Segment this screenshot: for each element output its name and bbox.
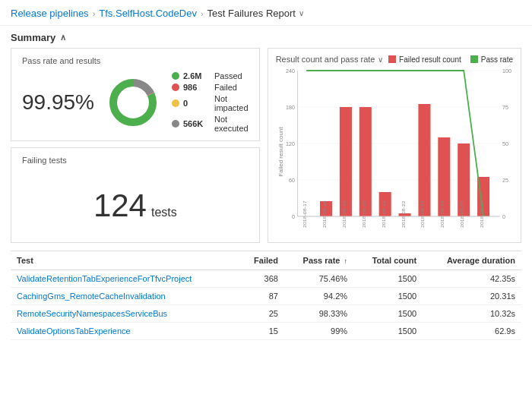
legend-passed-val: 2.6M xyxy=(183,71,211,80)
legend-passed-dot xyxy=(172,72,179,80)
svg-text:Failed result count: Failed result count xyxy=(277,126,283,176)
legend-not-impacted-val: 0 xyxy=(183,99,211,108)
cell-failed-3: 15 xyxy=(239,323,283,340)
cell-failed-2: 25 xyxy=(239,305,283,323)
legend-passed-label: Passed xyxy=(214,71,242,80)
breadcrumb-sep-1: › xyxy=(201,9,204,18)
cell-test-1[interactable]: CachingGms_RemoteCacheInvalidation xyxy=(11,288,239,305)
table-section: Test Failed Pass rate ↑ Total count Aver… xyxy=(0,251,532,348)
pass-rate-content: 99.95% xyxy=(22,71,249,133)
svg-text:2018-08-22: 2018-08-22 xyxy=(401,200,406,228)
table-header: Test Failed Pass rate ↑ Total count Aver… xyxy=(11,251,521,270)
chart-legend-container: Failed result count Pass rate xyxy=(388,55,513,64)
bar-3 xyxy=(359,107,371,216)
chart-legend-pass-rate-label: Pass rate xyxy=(481,55,513,64)
legend-failed-dot xyxy=(172,84,179,91)
svg-text:2018-08-20: 2018-08-20 xyxy=(361,200,366,228)
chart-title: Result count and pass rate xyxy=(276,55,375,64)
table-row: RemoteSecurityNamespacesServiceBus 25 98… xyxy=(11,305,521,323)
svg-text:0: 0 xyxy=(502,213,505,220)
legend-item-failed: 986 Failed xyxy=(172,83,249,92)
cell-failed-1: 87 xyxy=(239,288,283,305)
cell-test-3[interactable]: ValidateOptionsTabExperience xyxy=(11,323,239,340)
breadcrumb-item-0[interactable]: Release pipelines xyxy=(11,8,89,19)
donut-svg xyxy=(106,76,160,129)
svg-text:2018-08-24: 2018-08-24 xyxy=(439,200,445,228)
cell-test-0[interactable]: ValidateRetentionTabExperienceForTfvcPro… xyxy=(11,270,239,288)
bar-6 xyxy=(418,104,430,216)
data-table: Test Failed Pass rate ↑ Total count Aver… xyxy=(11,251,521,340)
legend-item-not-impacted: 0 Not impacted xyxy=(172,94,249,112)
legend-not-impacted-dot xyxy=(172,99,179,107)
pass-rate-card-title: Pass rate and results xyxy=(22,56,249,65)
cell-total-count-1: 1500 xyxy=(353,288,423,305)
bar-2 xyxy=(340,107,352,216)
svg-text:2018-08-26: 2018-08-26 xyxy=(479,200,484,228)
legend-not-executed-dot xyxy=(172,120,179,128)
col-header-avg-duration: Average duration xyxy=(423,251,521,270)
col-header-pass-rate[interactable]: Pass rate ↑ xyxy=(284,251,353,270)
cell-pass-rate-3: 99% xyxy=(284,323,353,340)
sort-icon: ↑ xyxy=(344,257,348,265)
summary-panels: Pass rate and results 99.95% xyxy=(0,48,532,251)
cell-total-count-2: 1500 xyxy=(353,305,423,323)
summary-toggle-icon[interactable]: ∧ xyxy=(60,33,66,43)
table-body: ValidateRetentionTabExperienceForTfvcPro… xyxy=(11,270,521,340)
cell-failed-0: 368 xyxy=(239,270,283,288)
cell-total-count-0: 1500 xyxy=(353,270,423,288)
chart-area: 0 0 60 25 120 50 180 75 240 100 Failed xyxy=(276,68,513,235)
svg-text:120: 120 xyxy=(286,140,295,147)
cell-avg-duration-2: 10.32s xyxy=(423,305,521,323)
chart-legend-pass-rate-box xyxy=(470,55,478,63)
svg-text:75: 75 xyxy=(502,104,508,111)
breadcrumb: Release pipelines › Tfs.SelfHost.CodeDev… xyxy=(0,0,532,26)
chart-legend-pass-rate: Pass rate xyxy=(470,55,513,64)
summary-header: Summary ∧ xyxy=(0,26,532,48)
cell-total-count-3: 1500 xyxy=(353,323,423,340)
legend-item-not-executed: 566K Not executed xyxy=(172,115,249,133)
svg-text:2018-08-25: 2018-08-25 xyxy=(459,200,464,228)
svg-text:180: 180 xyxy=(286,104,295,111)
chart-toggle-icon[interactable]: ∨ xyxy=(378,55,383,64)
chart-panel: Result count and pass rate ∨ Failed resu… xyxy=(268,48,521,243)
chart-legend-failed-box xyxy=(388,55,396,63)
table-row: ValidateOptionsTabExperience 15 99% 1500… xyxy=(11,323,521,340)
failing-tests-title: Failing tests xyxy=(22,156,249,165)
svg-text:100: 100 xyxy=(502,68,511,74)
breadcrumb-item-2: Test Failures Report xyxy=(207,8,296,19)
col-header-failed: Failed xyxy=(239,251,283,270)
failing-tests-value: 124 xyxy=(93,180,147,229)
cell-avg-duration-1: 20.31s xyxy=(423,288,521,305)
col-header-total-count: Total count xyxy=(353,251,423,270)
summary-label: Summary xyxy=(11,32,55,43)
svg-text:2018-08-18: 2018-08-18 xyxy=(321,200,327,228)
chart-legend: 2.6M Passed 986 Failed 0 Not impacted xyxy=(172,71,249,133)
breadcrumb-item-1[interactable]: Tfs.SelfHost.CodeDev xyxy=(99,8,197,19)
cell-pass-rate-1: 94.2% xyxy=(284,288,353,305)
svg-text:50: 50 xyxy=(502,140,508,147)
svg-text:60: 60 xyxy=(289,177,295,184)
table-row: ValidateRetentionTabExperienceForTfvcPro… xyxy=(11,270,521,288)
svg-text:2018-08-23: 2018-08-23 xyxy=(420,200,425,228)
legend-item-passed: 2.6M Passed xyxy=(172,71,249,80)
cell-avg-duration-3: 62.9s xyxy=(423,323,521,340)
cell-pass-rate-2: 98.33% xyxy=(284,305,353,323)
svg-text:2018-08-19: 2018-08-19 xyxy=(341,200,347,228)
donut-chart xyxy=(106,76,160,129)
cell-test-2[interactable]: RemoteSecurityNamespacesServiceBus xyxy=(11,305,239,323)
left-panel: Pass rate and results 99.95% xyxy=(11,48,260,243)
chart-svg: 0 0 60 25 120 50 180 75 240 100 Failed xyxy=(276,68,513,235)
chart-legend-failed: Failed result count xyxy=(388,55,461,64)
legend-not-executed-label: Not executed xyxy=(214,115,249,133)
svg-text:0: 0 xyxy=(292,213,295,220)
breadcrumb-chevron-icon: ∨ xyxy=(299,9,304,17)
pass-rate-percentage: 99.95% xyxy=(22,90,94,115)
failing-tests-label: tests xyxy=(151,206,177,219)
table-row: CachingGms_RemoteCacheInvalidation 87 94… xyxy=(11,288,521,305)
cell-avg-duration-0: 42.35s xyxy=(423,270,521,288)
chart-header: Result count and pass rate ∨ Failed resu… xyxy=(276,55,513,64)
failing-tests-card: Failing tests 124 tests xyxy=(11,147,260,243)
col-header-test: Test xyxy=(11,251,239,270)
chart-legend-failed-label: Failed result count xyxy=(399,55,461,64)
legend-failed-label: Failed xyxy=(214,83,237,92)
